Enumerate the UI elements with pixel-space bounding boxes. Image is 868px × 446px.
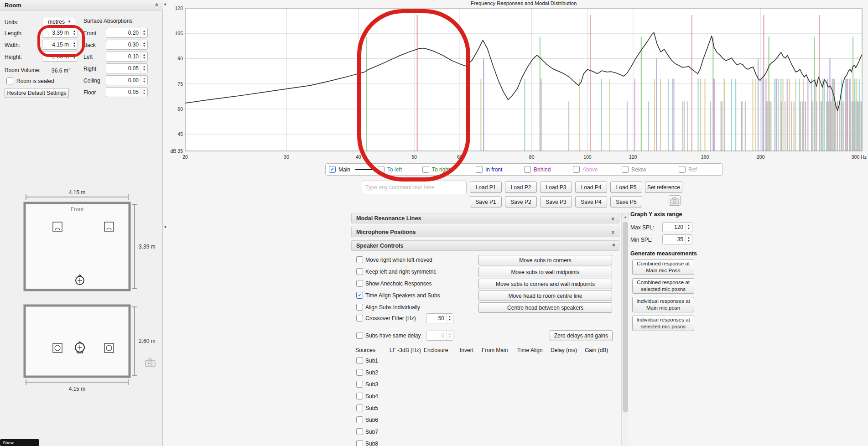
absorption-field-ceiling-arrows[interactable]: ▲▼ bbox=[140, 76, 147, 85]
save-p5-button[interactable]: Save P5 bbox=[610, 196, 642, 207]
dimension-field-2-arrows[interactable]: ▲▼ bbox=[71, 52, 78, 61]
units-dropdown[interactable]: metres ▼ bbox=[42, 17, 75, 26]
subs-same-delay-field-arrows[interactable]: ▲▼ bbox=[446, 331, 453, 340]
max-spl-field[interactable]: 120▲▼ bbox=[662, 222, 692, 232]
save-p2-button[interactable]: Save P2 bbox=[505, 196, 537, 207]
speaker-option-checkbox-1[interactable] bbox=[356, 268, 363, 275]
dimension-field-0[interactable]: 3.39 m▲▼ bbox=[42, 28, 78, 38]
absorption-field-front-arrows[interactable]: ▲▼ bbox=[140, 28, 147, 37]
generate-button-1[interactable]: Combined response at selected mic posns bbox=[632, 278, 694, 294]
generate-button-0[interactable]: Combined response at Main mic Posn bbox=[632, 259, 694, 275]
action-button-move-subs-to-corners[interactable]: Move subs to corners bbox=[478, 255, 612, 265]
action-button-move-subs-to-wall-midpoints[interactable]: Move subs to wall midpoints bbox=[478, 267, 612, 277]
max-spl-field-arrows[interactable]: ▲▼ bbox=[685, 223, 692, 232]
panel-header-microphone-positions[interactable]: Microphone Positions» bbox=[351, 227, 619, 237]
sub-checkbox-sub8[interactable] bbox=[356, 440, 363, 446]
speaker-option-checkbox-0[interactable] bbox=[356, 256, 363, 263]
absorption-field-left-arrows[interactable]: ▲▼ bbox=[140, 52, 147, 61]
controls-scrollbar[interactable]: ▲ bbox=[621, 213, 629, 446]
collapse-room-panel-icon[interactable]: » bbox=[153, 4, 160, 6]
panel-collapse-chevron-icon[interactable]: » bbox=[610, 244, 617, 247]
sub-checkbox-sub4[interactable] bbox=[356, 393, 363, 399]
comment-input[interactable] bbox=[362, 181, 467, 194]
absorption-field-back[interactable]: 0.30▲▼ bbox=[106, 40, 148, 50]
save-p1-button[interactable]: Save P1 bbox=[470, 196, 502, 207]
top-view-right-speaker-icon[interactable] bbox=[104, 222, 114, 231]
load-p1-button[interactable]: Load P1 bbox=[470, 182, 502, 193]
legend-checkbox-to-left[interactable] bbox=[378, 166, 385, 173]
sub-checkbox-sub7[interactable] bbox=[356, 428, 363, 435]
absorption-field-front[interactable]: 0.20▲▼ bbox=[106, 28, 148, 38]
speaker-option-checkbox-4[interactable] bbox=[356, 304, 363, 311]
panel-header-modal-resonance-lines[interactable]: Modal Resonance Lines» bbox=[351, 213, 619, 223]
crossover-filter-checkbox[interactable] bbox=[356, 315, 363, 322]
legend-checkbox-above[interactable] bbox=[573, 166, 580, 173]
legend-checkbox-behind[interactable] bbox=[524, 166, 531, 173]
top-view-width-label: 4.15 m bbox=[69, 189, 86, 196]
action-button-move-subs-to-corners-and-wall-midpoints[interactable]: Move subs to corners and wall midpoints bbox=[478, 279, 612, 289]
top-view-depth-label: 3.39 m bbox=[139, 244, 156, 250]
speaker-option-checkbox-2[interactable] bbox=[356, 280, 363, 287]
panel-header-speaker-controls[interactable]: Speaker Controls» bbox=[351, 240, 619, 251]
legend-checkbox-to-right[interactable] bbox=[422, 166, 429, 173]
load-p3-button[interactable]: Load P3 bbox=[540, 182, 572, 193]
legend-checkbox-in-front[interactable] bbox=[476, 166, 483, 173]
sub-checkbox-sub6[interactable] bbox=[356, 416, 363, 423]
absorption-label-back: Back bbox=[83, 42, 96, 48]
zero-delays-and-gains-button[interactable]: Zero delays and gains bbox=[550, 330, 613, 341]
legend-checkbox-ref[interactable] bbox=[679, 166, 686, 173]
restore-default-settings-button[interactable]: Restore Default Settings bbox=[5, 88, 69, 98]
room-panel-header[interactable]: Room » bbox=[0, 0, 163, 11]
dimension-field-0-arrows[interactable]: ▲▼ bbox=[71, 28, 78, 37]
generate-button-2[interactable]: Individual responses at Main mic posn bbox=[632, 297, 694, 312]
legend-label-to-right: To right bbox=[432, 166, 450, 173]
front-view-left-speaker-icon[interactable] bbox=[53, 343, 62, 353]
crossover-filter-field-arrows[interactable]: ▲▼ bbox=[446, 314, 453, 323]
scrollbar-thumb[interactable] bbox=[623, 222, 628, 412]
room-simulator-window: Room » Units: metres ▼ Length:Width:Heig… bbox=[0, 0, 868, 446]
subs-same-delay-field[interactable]: 0▲▼ bbox=[426, 331, 453, 341]
crossover-filter-field[interactable]: 50▲▼ bbox=[426, 313, 453, 323]
front-view-right-speaker-icon[interactable] bbox=[104, 343, 114, 353]
action-button-centre-head-between-speakers[interactable]: Centre head between speakers bbox=[478, 302, 612, 313]
absorption-field-right[interactable]: 0.05▲▼ bbox=[106, 63, 148, 73]
absorption-field-back-arrows[interactable]: ▲▼ bbox=[140, 40, 147, 49]
sub-checkbox-sub5[interactable] bbox=[356, 405, 363, 411]
legend-checkbox-main[interactable]: ✓ bbox=[329, 166, 336, 173]
subs-same-delay-field-value: 0 bbox=[426, 331, 446, 340]
subs-same-delay-checkbox[interactable] bbox=[356, 332, 363, 339]
load-p4-button[interactable]: Load P4 bbox=[575, 182, 607, 193]
dimension-field-1[interactable]: 4.15 m▲▼ bbox=[42, 40, 78, 50]
absorption-field-ceiling[interactable]: 0.00▲▼ bbox=[106, 75, 148, 85]
collapse-sidebar-arrow2-icon[interactable]: ◂ bbox=[164, 224, 166, 229]
set-reference-button[interactable]: Set reference bbox=[645, 182, 682, 193]
action-button-move-head-to-room-centre-line[interactable]: Move head to room centre line bbox=[478, 290, 612, 301]
legend-checkbox-below[interactable] bbox=[622, 166, 629, 173]
scrollbar-up-arrow[interactable]: ▲ bbox=[622, 213, 629, 220]
generate-button-3[interactable]: Individual responses at selected mic pos… bbox=[632, 316, 694, 331]
save-p4-button[interactable]: Save P4 bbox=[575, 196, 607, 207]
panel-expand-chevron-icon[interactable]: » bbox=[610, 217, 617, 219]
room-is-sealed-checkbox[interactable] bbox=[6, 78, 13, 84]
save-p3-button[interactable]: Save P3 bbox=[540, 196, 572, 207]
capture-room-view-camera-icon[interactable] bbox=[146, 359, 155, 367]
load-p2-button[interactable]: Load P2 bbox=[505, 182, 537, 193]
absorption-field-right-arrows[interactable]: ▲▼ bbox=[140, 64, 147, 73]
absorption-field-floor[interactable]: 0.05▲▼ bbox=[106, 87, 148, 97]
sub-checkbox-sub1[interactable] bbox=[356, 357, 363, 364]
absorption-field-left[interactable]: 0.10▲▼ bbox=[106, 52, 148, 62]
speaker-option-checkbox-3[interactable]: ✓ bbox=[356, 292, 363, 299]
sub-label-sub3: Sub3 bbox=[365, 381, 378, 388]
top-view-left-speaker-icon[interactable] bbox=[53, 222, 62, 231]
capture-graph-camera-button[interactable] bbox=[669, 195, 681, 206]
collapse-sidebar-arrow-icon[interactable]: ◂ bbox=[164, 2, 166, 6]
panel-expand-chevron-icon[interactable]: » bbox=[610, 231, 617, 233]
sub-checkbox-sub2[interactable] bbox=[356, 369, 363, 376]
dimension-field-1-arrows[interactable]: ▲▼ bbox=[71, 40, 78, 49]
min-spl-field-arrows[interactable]: ▲▼ bbox=[685, 235, 692, 244]
min-spl-field[interactable]: 35▲▼ bbox=[662, 234, 692, 244]
sub-checkbox-sub3[interactable] bbox=[356, 381, 363, 388]
absorption-field-floor-arrows[interactable]: ▲▼ bbox=[140, 88, 147, 97]
dimension-field-2[interactable]: 2.60 m▲▼ bbox=[42, 52, 78, 62]
load-p5-button[interactable]: Load P5 bbox=[610, 182, 642, 193]
